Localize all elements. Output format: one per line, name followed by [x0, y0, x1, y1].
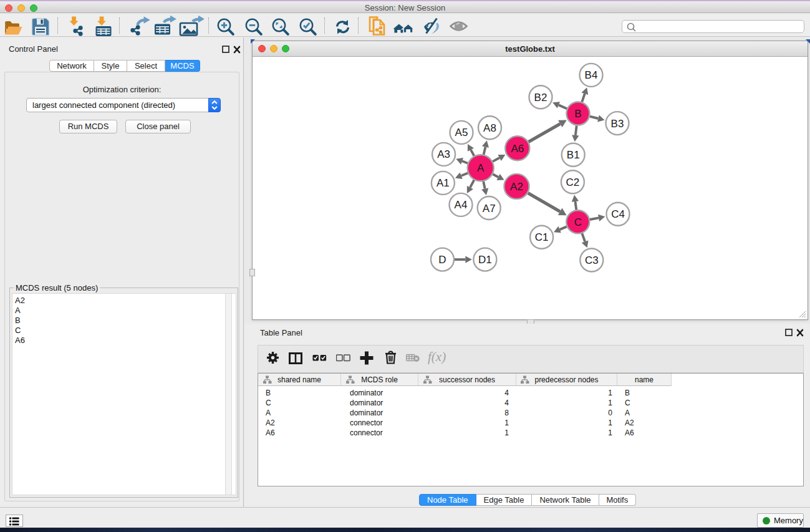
svg-text:C1: C1	[535, 231, 549, 243]
svg-text:A1: A1	[436, 177, 450, 189]
svg-text:D1: D1	[478, 254, 492, 266]
svg-text:A7: A7	[483, 203, 496, 215]
svg-text:B2: B2	[534, 92, 547, 104]
svg-text:A8: A8	[483, 122, 496, 134]
svg-text:B: B	[574, 108, 581, 120]
svg-text:B1: B1	[567, 149, 580, 161]
svg-text:A: A	[477, 162, 485, 174]
svg-text:D: D	[438, 254, 446, 266]
svg-text:A2: A2	[510, 181, 523, 193]
svg-text:C3: C3	[585, 254, 599, 266]
svg-text:C2: C2	[566, 177, 580, 188]
svg-text:B3: B3	[611, 118, 624, 130]
svg-text:A4: A4	[455, 199, 468, 211]
svg-text:C4: C4	[611, 208, 625, 220]
svg-text:A6: A6	[511, 143, 524, 155]
svg-text:C: C	[574, 216, 582, 228]
svg-text:A5: A5	[455, 127, 468, 138]
svg-text:A3: A3	[437, 148, 450, 160]
svg-text:B4: B4	[585, 69, 598, 81]
svg-text:f(x): f(x)	[428, 351, 446, 364]
